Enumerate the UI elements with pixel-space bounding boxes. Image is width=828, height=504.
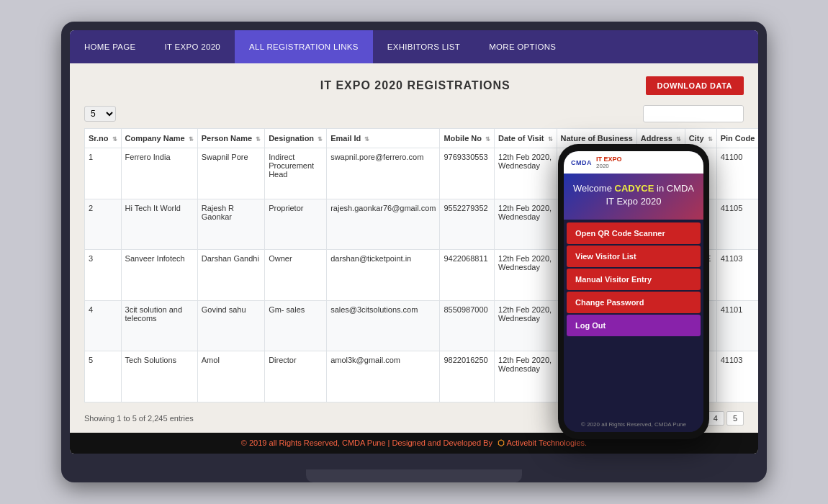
cell-company: Ferrero India [121,148,197,199]
cell-designation: Proprietor [265,199,327,250]
phone-shell: CMDA IT EXPO 2020 Welcome CADYCE in CMDA… [558,144,709,439]
cell-email: darshan@ticketpoint.in [327,250,440,301]
cell-person: Govind sahu [197,300,264,351]
phone-menu-logout[interactable]: Log Out [567,315,701,336]
col-company: Company Name ⇅ [121,129,197,148]
page-5-button[interactable]: 5 [726,411,744,426]
phone-menu: Open QR Code Scanner View Visitor List M… [564,220,703,417]
cell-date: 12th Feb 2020, Wednesday [495,199,557,250]
cell-srno: 1 [85,148,122,199]
cell-pin: 41103 [716,351,758,402]
phone-logo-cmda: CMDA [571,159,592,166]
table-controls: 5 10 25 50 [84,105,744,122]
phone-brand: CADYCE [615,183,654,194]
col-person: Person Name ⇅ [197,129,264,148]
cell-person: Swapnil Pore [197,148,264,199]
cell-srno: 2 [85,199,122,250]
cell-designation: Director [265,351,327,402]
col-pin: Pin Code ⇅ [716,129,758,148]
cell-mobile: 9769330553 [440,148,495,199]
cell-email: rajesh.gaonkar76@gmail.com [327,199,440,250]
phone-menu-manual-entry[interactable]: Manual Visitor Entry [567,269,701,290]
cell-pin: 41103 [716,250,758,301]
laptop-shell: HOME PAGE IT EXPO 2020 ALL REGISTRATION … [61,22,767,482]
showing-text: Showing 1 to 5 of 2,245 entries [84,414,194,423]
cell-date: 12th Feb 2020, Wednesday [495,148,557,199]
cell-date: 12th Feb 2020, Wednesday [495,300,557,351]
nav-exhibitors[interactable]: EXHIBITORS LIST [373,30,474,63]
col-srno: Sr.no ⇅ [85,129,122,148]
cell-person: Darshan Gandhi [197,250,264,301]
phone-logo-year: 2020 [596,163,622,169]
cell-email: swapnil.pore@ferrero.com [327,148,440,199]
cell-designation: Gm- sales [265,300,327,351]
cell-srno: 3 [85,250,122,301]
phone-menu-visitor-list[interactable]: View Visitor List [567,246,701,267]
cell-date: 12th Feb 2020, Wednesday [495,351,557,402]
phone-welcome-text: Welcome CADYCE in CMDA IT Expo 2020 [564,174,703,220]
cell-mobile: 9552279352 [440,199,495,250]
nav-expo[interactable]: IT EXPO 2020 [150,30,235,63]
phone-menu-change-pw[interactable]: Change Password [567,292,701,313]
per-page-select[interactable]: 5 10 25 50 [84,106,116,122]
cell-person: Amol [197,351,264,402]
cell-company: Hi Tech It World [121,199,197,250]
footer-text: © 2019 all Rights Reserved, CMDA Pune | … [241,438,492,447]
search-input[interactable] [643,105,744,122]
nav-all-reg[interactable]: ALL REGISTRATION LINKS [235,30,373,63]
phone-menu-qr[interactable]: Open QR Code Scanner [567,222,701,244]
cell-srno: 4 [85,300,122,351]
page-4-button[interactable]: 4 [707,411,724,426]
cell-pin: 41100 [716,148,758,199]
cell-person: Rajesh R Gaonkar [197,199,264,250]
nav-more[interactable]: MORE OPTIONS [474,30,570,63]
cell-email: amol3k@gmail.com [327,351,440,402]
cell-pin: 41105 [716,199,758,250]
col-date: Date of Visit ⇅ [495,129,557,148]
phone-header: CMDA IT EXPO 2020 [564,151,703,174]
cell-designation: Owner [265,250,327,301]
phone-logo-expo: IT EXPO [596,156,622,163]
col-designation: Designation ⇅ [265,129,327,148]
cell-pin: 41101 [716,300,758,351]
col-email: Email Id ⇅ [327,129,440,148]
footer-company: Activebit Technologies. [506,438,587,447]
phone-footer: © 2020 all Rights Reserved, CMDA Pune [564,417,703,432]
cell-date: 12th Feb 2020, Wednesday [495,250,557,301]
cell-company: Sanveer Infotech [121,250,197,301]
nav-home[interactable]: HOME PAGE [70,30,150,63]
laptop-base [306,469,522,482]
cell-mobile: 9822016250 [440,351,495,402]
cell-company: 3cit solution and telecoms [121,300,197,351]
cell-srno: 5 [85,351,122,402]
phone-screen: CMDA IT EXPO 2020 Welcome CADYCE in CMDA… [564,151,703,432]
cell-designation: Indirect Procurement Head [265,148,327,199]
download-button[interactable]: DOWNLOAD DATA [646,76,744,95]
cell-company: Tech Solutions [121,351,197,402]
cell-email: sales@3citsolutions.com [327,300,440,351]
page-title: IT EXPO 2020 REGISTRATIONS [185,79,646,92]
navbar: HOME PAGE IT EXPO 2020 ALL REGISTRATION … [70,30,758,63]
title-row: IT EXPO 2020 REGISTRATIONS DOWNLOAD DATA [84,76,744,95]
cell-mobile: 9422068811 [440,250,495,301]
cell-mobile: 8550987000 [440,300,495,351]
col-mobile: Mobile No ⇅ [440,129,495,148]
